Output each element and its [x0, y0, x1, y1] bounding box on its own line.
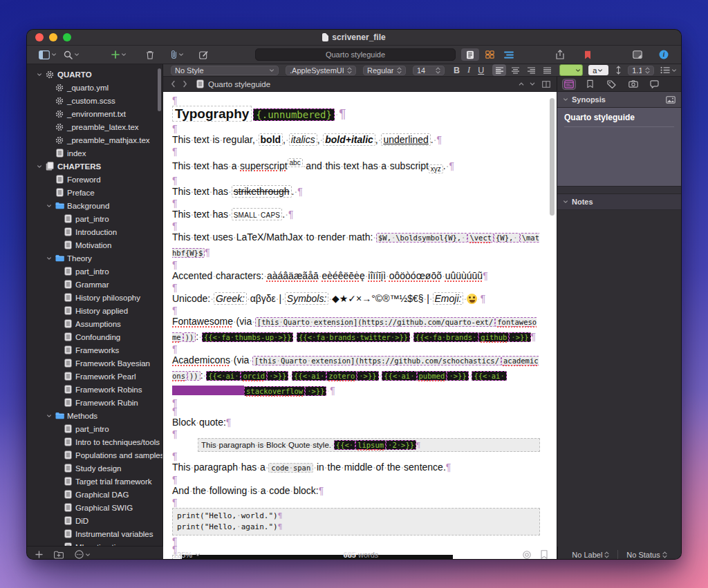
binder-item-methods[interactable]: Methods: [27, 409, 162, 422]
binder-item-preface[interactable]: Preface: [27, 186, 162, 199]
list-format-button[interactable]: [660, 66, 677, 74]
binder-item--environment-txt[interactable]: _environment.txt: [27, 107, 162, 120]
add-item-button[interactable]: [109, 49, 129, 60]
expand-chevron-icon[interactable]: [44, 203, 54, 209]
italic-button[interactable]: I: [467, 65, 470, 75]
binder-item-target-trial-framework[interactable]: Target trial framework: [27, 475, 162, 488]
binder-item-quarto[interactable]: QUARTO: [27, 68, 162, 81]
text-color-button[interactable]: a: [588, 65, 608, 75]
style-select[interactable]: No Style: [170, 65, 279, 76]
search-button[interactable]: [62, 49, 82, 61]
trash-button[interactable]: [144, 49, 156, 61]
binder-item--preamble-mathjax-tex[interactable]: _preamble_mathjax.tex: [27, 133, 162, 146]
next-document-button[interactable]: [529, 81, 536, 87]
binder-item-chapters[interactable]: CHAPTERS: [27, 160, 162, 173]
binder-item-introduction[interactable]: Introduction: [27, 225, 162, 238]
binder-item-ml-estimation[interactable]: ML estimation: [27, 540, 162, 546]
pin-button[interactable]: [541, 550, 548, 559]
tab-snapshots[interactable]: [626, 79, 640, 90]
previous-document-button[interactable]: [518, 81, 525, 87]
binder-item-assumptions[interactable]: Assumptions: [27, 317, 162, 330]
attach-button[interactable]: [169, 48, 186, 61]
tab-notes[interactable]: [562, 79, 576, 90]
align-right-button[interactable]: [524, 64, 538, 76]
compose-button[interactable]: [197, 49, 210, 61]
share-button[interactable]: [556, 50, 564, 59]
writing-target-button[interactable]: [523, 550, 531, 559]
binder-item-instrumental-variables[interactable]: Instrumental variables: [27, 527, 162, 540]
add-document-button[interactable]: [35, 551, 43, 558]
synopsis-section-header[interactable]: Synopsis: [557, 92, 681, 108]
quick-reference-button[interactable]: [633, 50, 642, 59]
binder-item-confounding[interactable]: Confounding: [27, 330, 162, 343]
expand-chevron-icon[interactable]: [44, 413, 54, 419]
binder-item-label: DiD: [75, 517, 88, 525]
font-select[interactable]: .AppleSystemUI...: [285, 65, 357, 76]
inspector-info-button[interactable]: i: [659, 50, 669, 59]
binder-item-part-intro[interactable]: part_intro: [27, 422, 162, 435]
binder-item-background[interactable]: Background: [27, 199, 162, 212]
sidebar-scrollbar[interactable]: [158, 68, 161, 111]
binder-item--custom-scss[interactable]: _custom.scss: [27, 94, 162, 107]
forward-button[interactable]: [183, 80, 187, 88]
tab-comments[interactable]: [648, 79, 662, 90]
expand-chevron-icon[interactable]: [34, 72, 44, 77]
split-editor-button[interactable]: [542, 81, 550, 88]
notes-body[interactable]: [557, 210, 681, 560]
binder-item-theory[interactable]: Theory: [27, 252, 162, 265]
tab-metadata[interactable]: [605, 79, 619, 90]
up-down-arrows-icon: [604, 551, 609, 558]
binder-toggle-button[interactable]: [37, 49, 59, 61]
binder-item-motivation[interactable]: Motivation: [27, 238, 162, 252]
outline-view-button[interactable]: [500, 48, 518, 61]
binder-item-populations-and-samples[interactable]: Populations and samples: [27, 448, 162, 462]
binder-item-index[interactable]: index: [27, 146, 162, 160]
add-folder-button[interactable]: [54, 551, 64, 559]
typeface-select[interactable]: Regular: [362, 65, 407, 76]
synopsis-image-icon[interactable]: [666, 96, 676, 104]
binder-item-framework-bayesian[interactable]: Framework Bayesian: [27, 357, 162, 370]
binder-item--preamble-latex-tex[interactable]: _preamble_latex.tex: [27, 120, 162, 133]
binder-item-framework-robins[interactable]: Framework Robins: [27, 383, 162, 396]
tab-bookmarks[interactable]: [584, 79, 597, 90]
back-button[interactable]: [171, 80, 176, 88]
binder-item-framework-rubin[interactable]: Framework Rubin: [27, 396, 162, 409]
binder-item-framework-pearl[interactable]: Framework Pearl: [27, 370, 162, 383]
corkboard-view-button[interactable]: [481, 48, 499, 61]
binder-item-study-design[interactable]: Study design: [27, 462, 162, 475]
binder-item-did[interactable]: DiD: [27, 514, 162, 527]
align-center-button[interactable]: [508, 64, 522, 76]
binder-item--quarto-yml[interactable]: _quarto.yml: [27, 81, 162, 94]
binder-actions-button[interactable]: [75, 550, 91, 559]
binder-item-history-applied[interactable]: History applied: [27, 304, 162, 317]
font-size-select[interactable]: 14: [412, 65, 445, 76]
synopsis-card[interactable]: Quarto styleguide: [557, 108, 681, 187]
binder-item-graphical-dag[interactable]: Graphical DAG: [27, 488, 162, 501]
editor-page[interactable]: ¶Typography{.unnumbered}·¶¶This·text·is·…: [163, 92, 557, 560]
underline-button[interactable]: U: [478, 66, 484, 75]
status-select[interactable]: No Status: [618, 551, 675, 559]
binder-item-history-philosophy[interactable]: History philosophy: [27, 291, 162, 304]
document-view-button[interactable]: [461, 48, 479, 61]
editor-scrollbar[interactable]: [550, 98, 555, 216]
binder-item-part-intro[interactable]: part_intro: [27, 212, 162, 225]
binder-item-grammar[interactable]: Grammar: [27, 278, 162, 291]
align-left-button[interactable]: [492, 64, 506, 76]
document-icon: [62, 319, 73, 328]
label-select[interactable]: No Label: [563, 551, 617, 559]
binder-item-label: index: [67, 149, 86, 158]
binder-item-intro-to-techniques-tools[interactable]: Intro to techniques/tools: [27, 435, 162, 448]
binder-item-graphical-swig[interactable]: Graphical SWIG: [27, 501, 162, 514]
binder-item-frameworks[interactable]: Frameworks: [27, 343, 162, 357]
line-spacing-stepper[interactable]: 1.1: [627, 65, 655, 76]
align-justify-button[interactable]: [540, 64, 554, 76]
notes-section-header[interactable]: Notes: [557, 194, 681, 210]
binder-item-foreword[interactable]: Foreword: [27, 173, 162, 186]
bold-button[interactable]: B: [454, 66, 460, 75]
bookmark-button[interactable]: [584, 50, 591, 59]
expand-chevron-icon[interactable]: [44, 256, 54, 261]
binder-item-part-intro[interactable]: part_intro: [27, 265, 162, 278]
toolbar-search-field[interactable]: Quarto styleguide: [255, 48, 456, 61]
highlight-color-button[interactable]: [559, 64, 583, 76]
expand-chevron-icon[interactable]: [34, 164, 44, 169]
